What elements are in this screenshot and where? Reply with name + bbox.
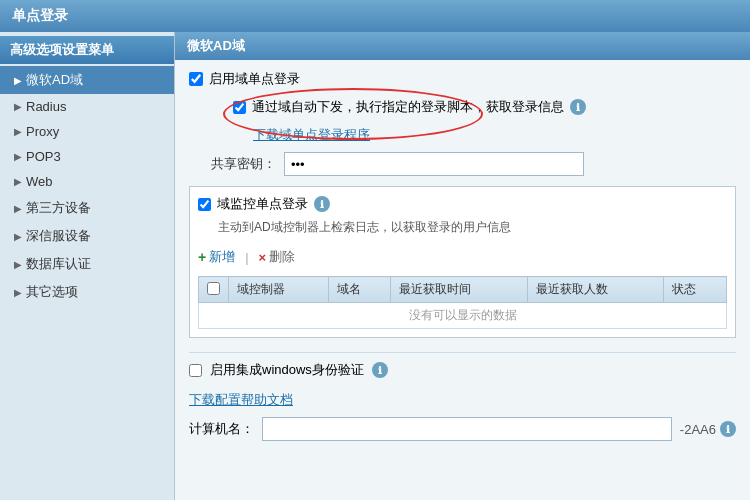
table-header-checkbox-col (199, 277, 229, 303)
computer-name-suffix: -2AA6 ℹ (680, 421, 736, 437)
windows-auth-info-icon[interactable]: ℹ (372, 362, 388, 378)
shared-key-input[interactable] (284, 152, 584, 176)
select-all-checkbox[interactable] (207, 282, 220, 295)
enable-sso-checkbox[interactable] (189, 72, 203, 86)
table-header-domain: 域名 (328, 277, 391, 303)
oval-container: 通过域自动下发，执行指定的登录脚本，获取登录信息 ℹ 下载域单点登录程序 (233, 96, 736, 144)
computer-name-input[interactable] (262, 417, 672, 441)
sidebar-item-label: 数据库认证 (26, 255, 91, 273)
table-empty-cell: 没有可以显示的数据 (199, 303, 727, 329)
bottom-section: 启用集成windows身份验证 ℹ 下载配置帮助文档 计算机名： -2AA6 ℹ (189, 352, 736, 457)
sidebar-item-label: POP3 (26, 149, 61, 164)
monitor-description: 主动到AD域控制器上检索日志，以获取登录的用户信息 (218, 219, 727, 236)
sidebar-item-label: Proxy (26, 124, 59, 139)
sidebar-header: 高级选项设置菜单 (0, 36, 174, 64)
arrow-icon: ▶ (14, 203, 22, 214)
sidebar-item-radius[interactable]: ▶ Radius (0, 94, 174, 119)
sidebar-item-label: 微软AD域 (26, 71, 83, 89)
download-config-row: 下载配置帮助文档 (189, 387, 736, 409)
domain-controller-table: 域控制器 域名 最近获取时间 最近获取人数 状态 没有可以显示的数据 (198, 276, 727, 329)
table-toolbar: + 新增 | × 删除 (198, 244, 727, 270)
auto-download-checkbox[interactable] (233, 101, 246, 114)
table-empty-row: 没有可以显示的数据 (199, 303, 727, 329)
main-content: 微软AD域 启用域单点登录 通过域自动下发，执行指定的登录脚本，获取登录信息 ℹ (175, 32, 750, 500)
table-header-controller: 域控制器 (229, 277, 329, 303)
table-header-row: 域控制器 域名 最近获取时间 最近获取人数 状态 (199, 277, 727, 303)
auto-download-section: 通过域自动下发，执行指定的登录脚本，获取登录信息 ℹ 下载域单点登录程序 共享密… (211, 96, 736, 176)
arrow-icon: ▶ (14, 126, 22, 137)
sidebar-item-proxy[interactable]: ▶ Proxy (0, 119, 174, 144)
table-header-status: 状态 (664, 277, 727, 303)
arrow-icon: ▶ (14, 101, 22, 112)
sidebar-item-label: 第三方设备 (26, 199, 91, 217)
enable-sso-row: 启用域单点登录 (189, 70, 736, 88)
windows-auth-checkbox[interactable] (189, 364, 202, 377)
sidebar-item-db-auth[interactable]: ▶ 数据库认证 (0, 250, 174, 278)
title-bar: 单点登录 (0, 0, 750, 32)
sidebar-item-other[interactable]: ▶ 其它选项 (0, 278, 174, 306)
sidebar: 高级选项设置菜单 ▶ 微软AD域 ▶ Radius ▶ Proxy ▶ POP3… (0, 32, 175, 500)
monitor-sso-checkbox[interactable] (198, 198, 211, 211)
sidebar-item-deep-service[interactable]: ▶ 深信服设备 (0, 222, 174, 250)
table-header-last-fetch-count: 最近获取人数 (527, 277, 663, 303)
sidebar-item-pop3[interactable]: ▶ POP3 (0, 144, 174, 169)
arrow-icon: ▶ (14, 231, 22, 242)
auto-download-label: 通过域自动下发，执行指定的登录脚本，获取登录信息 (252, 98, 564, 116)
add-label: 新增 (209, 248, 235, 266)
arrow-icon: ▶ (14, 259, 22, 270)
computer-name-row: 计算机名： -2AA6 ℹ (189, 417, 736, 441)
sidebar-item-label: 深信服设备 (26, 227, 91, 245)
content-header: 微软AD域 (175, 32, 750, 60)
suffix-text: -2AA6 (680, 422, 716, 437)
table-header-last-fetch-time: 最近获取时间 (391, 277, 527, 303)
download-link-container: 下载域单点登录程序 (253, 122, 736, 144)
arrow-icon: ▶ (14, 287, 22, 298)
delete-button[interactable]: × 删除 (259, 248, 296, 266)
plus-icon: + (198, 249, 206, 265)
windows-auth-label: 启用集成windows身份验证 (210, 361, 364, 379)
shared-key-label: 共享密钥： (211, 155, 276, 173)
monitor-section: 域监控单点登录 ℹ 主动到AD域控制器上检索日志，以获取登录的用户信息 + 新增… (189, 186, 736, 338)
computer-name-label: 计算机名： (189, 420, 254, 438)
monitor-sso-label: 域监控单点登录 (217, 195, 308, 213)
content-body: 启用域单点登录 通过域自动下发，执行指定的登录脚本，获取登录信息 ℹ 下载域单点… (175, 60, 750, 467)
x-icon: × (259, 250, 267, 265)
sidebar-item-microsoft-ad[interactable]: ▶ 微软AD域 (0, 66, 174, 94)
toolbar-divider: | (245, 250, 248, 265)
download-link[interactable]: 下载域单点登录程序 (253, 126, 370, 144)
shared-key-row: 共享密钥： (211, 152, 736, 176)
sidebar-item-third-party[interactable]: ▶ 第三方设备 (0, 194, 174, 222)
windows-auth-row: 启用集成windows身份验证 ℹ (189, 361, 736, 379)
monitor-info-icon[interactable]: ℹ (314, 196, 330, 212)
auto-download-row: 通过域自动下发，执行指定的登录脚本，获取登录信息 ℹ (233, 96, 736, 118)
enable-sso-label: 启用域单点登录 (209, 70, 300, 88)
arrow-icon: ▶ (14, 176, 22, 187)
monitor-header: 域监控单点登录 ℹ (198, 195, 727, 213)
sidebar-item-web[interactable]: ▶ Web (0, 169, 174, 194)
delete-label: 删除 (269, 248, 295, 266)
auto-download-info-icon[interactable]: ℹ (570, 99, 586, 115)
arrow-icon: ▶ (14, 151, 22, 162)
add-button[interactable]: + 新增 (198, 248, 235, 266)
download-config-link[interactable]: 下载配置帮助文档 (189, 391, 293, 409)
main-layout: 高级选项设置菜单 ▶ 微软AD域 ▶ Radius ▶ Proxy ▶ POP3… (0, 32, 750, 500)
sidebar-item-label: Web (26, 174, 53, 189)
arrow-icon: ▶ (14, 75, 22, 86)
sidebar-item-label: 其它选项 (26, 283, 78, 301)
sidebar-item-label: Radius (26, 99, 66, 114)
computer-name-info-icon[interactable]: ℹ (720, 421, 736, 437)
title-label: 单点登录 (12, 7, 68, 25)
